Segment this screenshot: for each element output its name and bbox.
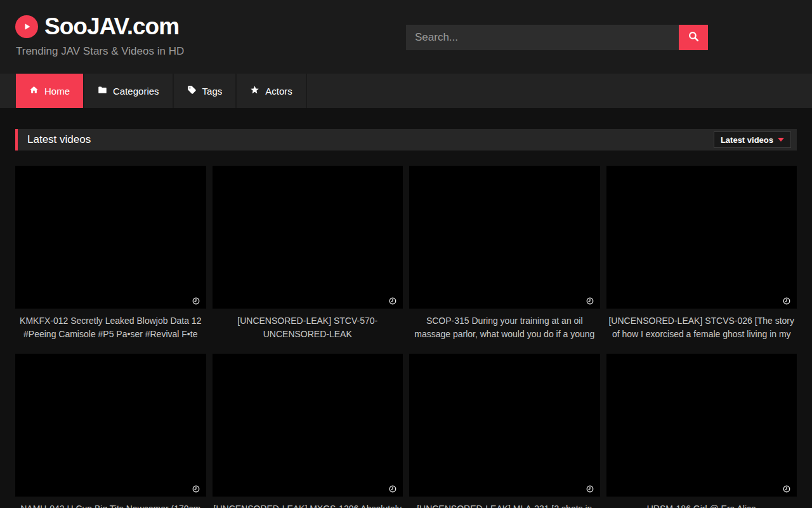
video-title[interactable]: [UNCENSORED-LEAK] STCVS-026 [The story o… xyxy=(608,314,796,341)
clock-icon xyxy=(389,484,396,491)
clock-icon xyxy=(389,296,396,304)
video-card: [UNCENSORED-LEAK] MLA-231 [3 shots in xyxy=(409,354,600,508)
site-logo[interactable]: SooJAV.com xyxy=(15,13,179,40)
video-card: NAMH-042 H Cup Big Tits Newcomer (170cm … xyxy=(15,354,206,508)
video-card: KMKFX-012 Secretly Leaked Blowjob Data 1… xyxy=(15,166,206,341)
video-card: [UNCENSORED-LEAK] MXGS-1296 Absolutely xyxy=(213,354,403,508)
logo-text: SooJAV.com xyxy=(44,13,179,40)
video-thumbnail[interactable] xyxy=(409,354,600,497)
search-icon xyxy=(688,30,700,44)
video-title[interactable]: URSM-186 Girl @ Era Alice xyxy=(608,502,796,508)
home-icon xyxy=(29,85,39,97)
nav-item-label: Categories xyxy=(113,86,159,97)
clock-icon xyxy=(783,484,790,491)
video-grid: KMKFX-012 Secretly Leaked Blowjob Data 1… xyxy=(15,166,797,508)
clock-icon xyxy=(783,296,790,304)
video-title[interactable]: [UNCENSORED-LEAK] MLA-231 [3 shots in xyxy=(410,502,599,508)
video-title[interactable]: [UNCENSORED-LEAK] STCV-570-UNCENSORED-LE… xyxy=(214,314,402,341)
nav-item-actors[interactable]: Actors xyxy=(237,74,307,108)
play-icon xyxy=(15,15,38,38)
search-input[interactable] xyxy=(406,25,679,50)
video-card: SCOP-315 During your training at an oil … xyxy=(409,166,600,341)
video-thumbnail[interactable] xyxy=(213,354,403,497)
video-thumbnail[interactable] xyxy=(606,354,797,497)
main-content: Latest videos Latest videos KMKFX-012 Se… xyxy=(0,129,812,508)
video-thumbnail[interactable] xyxy=(213,166,403,309)
nav-item-categories[interactable]: Categories xyxy=(84,74,174,108)
video-title[interactable]: [UNCENSORED-LEAK] MXGS-1296 Absolutely xyxy=(214,502,402,508)
clock-icon xyxy=(192,484,200,491)
sort-dropdown-label: Latest videos xyxy=(721,135,773,145)
clock-icon xyxy=(586,484,594,491)
section-title: Latest videos xyxy=(27,133,91,146)
video-card: [UNCENSORED-LEAK] STCVS-026 [The story o… xyxy=(606,166,797,341)
nav-item-tags[interactable]: Tags xyxy=(174,74,237,108)
nav-item-home[interactable]: Home xyxy=(16,74,84,108)
chevron-down-icon xyxy=(778,138,784,142)
clock-icon xyxy=(586,296,594,304)
video-card: URSM-186 Girl @ Era Alice xyxy=(606,354,797,508)
nav-item-label: Home xyxy=(44,86,70,97)
nav-item-label: Actors xyxy=(265,86,292,97)
video-title[interactable]: SCOP-315 During your training at an oil … xyxy=(410,314,599,341)
search-form xyxy=(406,25,708,50)
video-card: [UNCENSORED-LEAK] STCV-570-UNCENSORED-LE… xyxy=(213,166,403,341)
video-title[interactable]: KMKFX-012 Secretly Leaked Blowjob Data 1… xyxy=(16,314,205,341)
section-header: Latest videos Latest videos xyxy=(15,129,797,150)
folder-icon xyxy=(98,85,107,97)
video-thumbnail[interactable] xyxy=(606,166,797,309)
site-tagline: Trending JAV Stars & Videos in HD xyxy=(16,45,184,58)
nav-item-label: Tags xyxy=(202,86,223,97)
site-header: SooJAV.com Trending JAV Stars & Videos i… xyxy=(0,0,812,74)
search-button[interactable] xyxy=(679,25,708,50)
tag-icon xyxy=(187,85,197,97)
video-thumbnail[interactable] xyxy=(15,166,206,309)
video-thumbnail[interactable] xyxy=(409,166,600,309)
video-thumbnail[interactable] xyxy=(15,354,206,497)
clock-icon xyxy=(192,296,200,304)
star-icon xyxy=(250,85,259,97)
video-title[interactable]: NAMH-042 H Cup Big Tits Newcomer (170cm … xyxy=(16,502,205,508)
main-nav: Home Categories Tags Actors xyxy=(0,74,812,108)
sort-dropdown[interactable]: Latest videos xyxy=(714,131,791,148)
